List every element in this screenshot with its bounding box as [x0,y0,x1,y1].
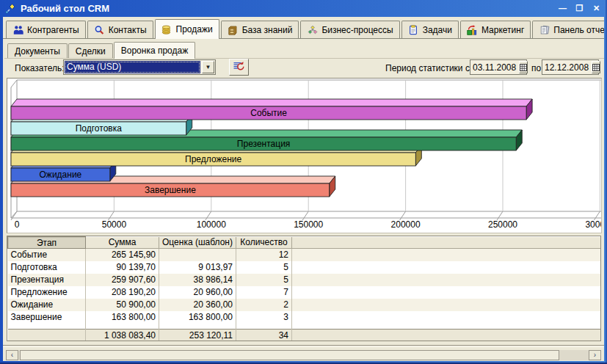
table-row[interactable]: Событие265 145,9012 [8,249,601,261]
subtab-1[interactable]: Документы [7,43,68,58]
calendar-icon[interactable] [519,61,528,73]
cell-stage[interactable]: Подготовка [8,261,86,274]
cell-sum[interactable]: 90 139,70 [86,261,159,274]
date-from-field[interactable]: 03.11.2008 [470,59,527,75]
chevron-down-icon[interactable]: ▼ [202,61,214,73]
tab-label: Бизнес-процессы [321,25,393,35]
cell-count[interactable]: 7 [236,286,292,299]
column-header-1[interactable]: Этап [8,237,86,249]
contact-search-icon [94,24,105,35]
cell-count[interactable]: 3 [236,311,292,324]
title-bar[interactable]: Рабочий стол CRM —❒✕ [0,0,607,17]
cell-estimate[interactable]: 163 800,00 [159,311,236,324]
cell-count[interactable]: 5 [236,261,292,274]
cell-stage[interactable]: Завершение [8,311,86,324]
table-row[interactable]: Ожидание50 900,0020 360,002 [8,299,601,311]
cell-estimate[interactable] [159,249,236,261]
tab-label: Контрагенты [27,25,79,35]
main-tab-strip: КонтрагентыКонтактыПродажиБаза знанийБиз… [3,19,604,39]
scroll-track[interactable] [559,350,589,360]
table-row[interactable]: Завершение163 800,00163 800,003 [8,311,601,324]
cell-sum[interactable]: 265 145,90 [86,249,159,261]
tab-label: Маркетинг [481,25,524,35]
total-estimate: 253 120,11 [159,330,236,341]
cell-estimate[interactable]: 9 013,97 [159,261,236,274]
divider [3,345,604,347]
svg-text:Подготовка: Подготовка [76,123,122,134]
tasks-icon [408,24,419,35]
horizontal-scrollbar[interactable]: ‹ › [6,350,601,360]
tab-6[interactable]: Задачи [401,21,459,38]
table-header-row: ЭтапСуммаОценка (шаблон)Количество [8,237,601,249]
client-area: КонтрагентыКонтактыПродажиБаза знанийБиз… [3,17,604,361]
indicator-select[interactable]: Сумма (USD) ▼ [63,59,216,75]
scroll-thumb[interactable] [20,350,559,360]
cell-stage[interactable]: Ожидание [8,299,86,311]
refresh-button[interactable] [229,59,249,76]
tab-2[interactable]: Контакты [87,21,153,38]
cell-estimate[interactable]: 20 360,00 [159,299,236,311]
svg-text:50000: 50000 [102,219,127,230]
stages-table: ЭтапСуммаОценка (шаблон)КоличествоСобыти… [7,236,601,341]
tab-1[interactable]: Контрагенты [6,21,86,38]
window-title: Рабочий стол CRM [21,3,109,14]
cell-stage[interactable]: Презентация [8,274,86,286]
cell-sum[interactable]: 208 190,20 [86,286,159,299]
scroll-right-button[interactable]: › [589,350,601,360]
cell-stage[interactable]: Событие [8,249,86,261]
subtab-2[interactable]: Сделки [68,43,113,58]
total-count: 34 [236,330,292,341]
cell-estimate[interactable]: 38 986,14 [159,274,236,286]
subtab-label: Воронка продаж [121,46,188,56]
cell-estimate[interactable]: 20 960,00 [159,286,236,299]
svg-text:100000: 100000 [197,219,226,230]
refresh-icon [233,61,245,74]
svg-text:300000: 300000 [585,219,601,230]
cell-sum[interactable]: 163 800,00 [86,311,159,324]
tab-7[interactable]: Маркетинг [460,21,531,38]
table-row[interactable]: Презентация259 907,6038 986,145 [8,274,601,286]
indicator-label: Показатель: [15,63,65,73]
scroll-left-button[interactable]: ‹ [6,350,18,360]
cell-stage[interactable]: Предложение [8,286,86,299]
cell-sum[interactable]: 259 907,60 [86,274,159,286]
marketing-icon [467,24,478,35]
tab-label: Контакты [109,25,147,35]
total-sum: 1 038 083,40 [86,330,159,341]
column-header-2[interactable]: Сумма [86,237,159,249]
tab-5[interactable]: Бизнес-процессы [300,21,399,38]
date-from-value: 03.11.2008 [470,62,518,73]
date-to-field[interactable]: 12.12.2008 [542,59,599,75]
calendar-icon[interactable] [592,61,600,73]
business-process-icon [307,24,318,35]
knowledge-base-icon [228,24,239,35]
cell-count[interactable]: 5 [236,274,292,286]
coins-icon [161,24,172,35]
close-button[interactable]: ✕ [591,3,602,14]
cell-sum[interactable]: 50 900,00 [86,299,159,311]
tab-label: Панель отчетов [553,25,604,35]
indicator-selected-value: Сумма (USD) [65,61,200,73]
svg-text:Завершение: Завершение [145,185,196,195]
tab-3[interactable]: Продажи [155,19,219,39]
funnel-chart-svg: 050000100000150000200000250000300000Заве… [7,79,601,233]
table-row[interactable]: Предложение208 190,2020 960,007 [8,286,601,299]
cell-count[interactable]: 2 [236,299,292,311]
table-spacer-row [8,324,601,330]
tab-8[interactable]: Панель отчетов [532,21,604,38]
column-header-filler [292,237,601,249]
subtab-3[interactable]: Воронка продаж [114,42,195,59]
subtab-label: Документы [15,46,60,57]
tab-label: Задачи [423,25,452,35]
svg-text:0: 0 [15,219,20,230]
minimize-button[interactable]: — [557,3,568,14]
table-totals-row: 1 038 083,40253 120,1134 [8,330,601,341]
maximize-button[interactable]: ❒ [574,3,585,14]
column-header-3[interactable]: Оценка (шаблон) [159,237,236,249]
period-conjunction: по [531,63,541,73]
cell-count[interactable]: 12 [236,249,292,261]
column-header-4[interactable]: Количество [236,237,292,249]
table-row[interactable]: Подготовка90 139,709 013,975 [8,261,601,274]
tab-4[interactable]: База знаний [221,21,299,38]
date-to-value: 12.12.2008 [542,62,591,73]
